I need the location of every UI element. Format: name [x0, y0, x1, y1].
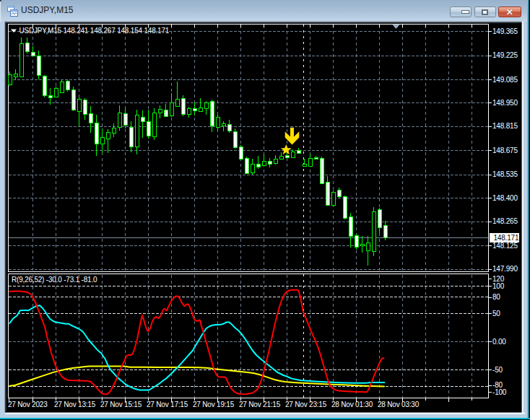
- svg-text:USDJPY,M15 148.241 148.267 14: USDJPY,M15 148.241 148.267 148.154 148.1…: [19, 27, 170, 35]
- svg-text:149.365: 149.365: [492, 27, 518, 35]
- svg-text:27 Nov 23:15: 27 Nov 23:15: [285, 401, 327, 408]
- svg-text:R(9,26,52) -30.0 -73.1 -81.0: R(9,26,52) -30.0 -73.1 -81.0: [12, 276, 97, 284]
- svg-text:27 Nov 2023: 27 Nov 2023: [8, 401, 48, 408]
- svg-text:-100: -100: [492, 388, 507, 396]
- svg-text:50: 50: [492, 310, 500, 318]
- svg-text:27 Nov 13:15: 27 Nov 13:15: [54, 401, 96, 408]
- svg-text:148.400: 148.400: [492, 194, 518, 202]
- svg-text:28 Nov 03:30: 28 Nov 03:30: [378, 401, 420, 408]
- svg-text:149.085: 149.085: [492, 76, 518, 84]
- svg-text:148.171: 148.171: [494, 234, 519, 242]
- svg-text:148.815: 148.815: [492, 122, 518, 130]
- svg-text:27 Nov 21:15: 27 Nov 21:15: [239, 401, 281, 408]
- svg-text:148.675: 148.675: [492, 146, 518, 154]
- svg-text:148.950: 148.950: [492, 99, 518, 107]
- svg-text:148.125: 148.125: [492, 242, 518, 250]
- svg-text:27 Nov 15:15: 27 Nov 15:15: [100, 401, 142, 408]
- svg-text:27 Nov 17:15: 27 Nov 17:15: [147, 401, 188, 408]
- svg-text:80: 80: [492, 293, 500, 301]
- svg-text:-50: -50: [492, 366, 503, 374]
- svg-text:27 Nov 19:15: 27 Nov 19:15: [193, 401, 235, 408]
- svg-text:100: 100: [492, 282, 505, 290]
- svg-text:28 Nov 01:30: 28 Nov 01:30: [331, 401, 373, 408]
- svg-text:149.225: 149.225: [492, 51, 518, 59]
- svg-text:147.990: 147.990: [492, 265, 518, 273]
- svg-text:148.265: 148.265: [492, 217, 518, 225]
- svg-text:0.00: 0.00: [492, 338, 506, 346]
- svg-text:148.535: 148.535: [492, 170, 518, 178]
